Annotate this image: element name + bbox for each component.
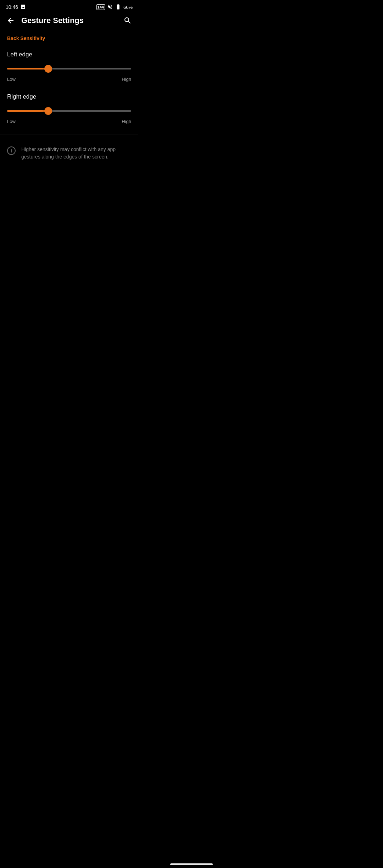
info-text: Higher sensitivity may conflict with any… bbox=[21, 146, 131, 161]
mute-icon bbox=[107, 4, 113, 11]
left-edge-slider[interactable] bbox=[7, 64, 131, 74]
left-edge-low-label: Low bbox=[7, 77, 16, 82]
right-edge-label: Right edge bbox=[7, 93, 131, 100]
time-display: 10:46 bbox=[6, 4, 18, 10]
left-edge-high-label: High bbox=[122, 77, 131, 82]
right-edge-slider[interactable] bbox=[7, 106, 131, 116]
left-edge-group: Left edge Low High bbox=[0, 47, 138, 89]
info-icon: i bbox=[7, 146, 16, 155]
photo-icon bbox=[20, 4, 26, 11]
toolbar: Gesture Settings bbox=[0, 13, 138, 28]
refresh-rate-icon: 144 bbox=[96, 4, 105, 10]
left-edge-fill bbox=[7, 68, 48, 69]
status-bar: 10:46 144 66% bbox=[0, 0, 138, 13]
right-edge-track bbox=[7, 110, 131, 112]
section-divider bbox=[0, 134, 138, 134]
status-left: 10:46 bbox=[6, 4, 26, 11]
battery-icon bbox=[115, 4, 121, 11]
right-edge-thumb[interactable] bbox=[44, 107, 52, 115]
right-edge-high-label: High bbox=[122, 119, 131, 124]
left-edge-labels: Low High bbox=[7, 77, 131, 82]
back-sensitivity-title: Back Sensitivity bbox=[0, 35, 138, 47]
search-button[interactable] bbox=[123, 16, 133, 26]
left-edge-track bbox=[7, 68, 131, 69]
left-edge-label: Left edge bbox=[7, 51, 131, 58]
info-section: i Higher sensitivity may conflict with a… bbox=[0, 137, 138, 169]
page-title: Gesture Settings bbox=[21, 16, 117, 25]
right-edge-low-label: Low bbox=[7, 119, 16, 124]
back-button[interactable] bbox=[6, 16, 16, 26]
battery-percent: 66% bbox=[123, 5, 133, 10]
status-right: 144 66% bbox=[96, 4, 133, 11]
right-edge-labels: Low High bbox=[7, 119, 131, 124]
right-edge-fill bbox=[7, 110, 48, 112]
content-area: Back Sensitivity Left edge Low High Righ… bbox=[0, 28, 138, 169]
left-edge-thumb[interactable] bbox=[44, 65, 52, 73]
right-edge-group: Right edge Low High bbox=[0, 89, 138, 131]
